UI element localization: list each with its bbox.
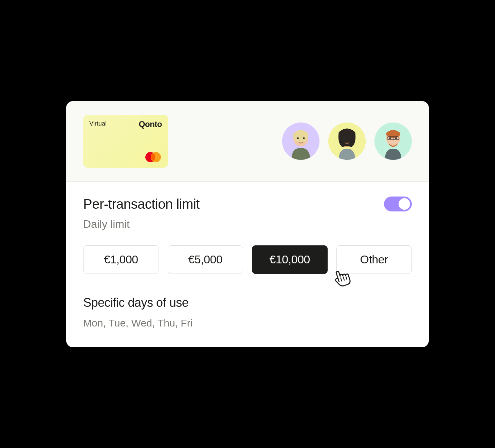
- svg-line-17: [343, 277, 345, 280]
- daily-limit-label: Daily limit: [83, 218, 412, 230]
- limit-option-other[interactable]: Other: [336, 245, 412, 274]
- limit-toggle[interactable]: [384, 197, 412, 211]
- virtual-card[interactable]: Virtual Qonto: [83, 115, 168, 168]
- avatar-3[interactable]: [374, 123, 412, 160]
- brand-logo: Qonto: [139, 119, 162, 129]
- card-settings-panel: Virtual Qonto Per-transaction limit: [66, 101, 429, 347]
- panel-header: Virtual Qonto: [66, 101, 429, 182]
- limit-option-5000[interactable]: €5,000: [168, 245, 243, 274]
- user-avatars: [282, 123, 412, 160]
- limit-option-1000[interactable]: €1,000: [83, 245, 159, 274]
- specific-days-value: Mon, Tue, Wed, Thu, Fri: [83, 317, 412, 329]
- panel-body: Per-transaction limit Daily limit €1,000…: [66, 182, 429, 347]
- mastercard-icon: [144, 151, 162, 163]
- avatar-1[interactable]: [282, 123, 319, 160]
- limit-option-10000[interactable]: €10,000: [252, 245, 328, 274]
- svg-point-13: [395, 137, 397, 139]
- svg-line-16: [341, 277, 342, 281]
- specific-days-title: Specific days of use: [83, 296, 412, 310]
- svg-point-9: [349, 138, 351, 140]
- avatar-2[interactable]: [328, 123, 366, 160]
- svg-point-4: [297, 137, 299, 139]
- per-transaction-limit-title: Per-transaction limit: [83, 197, 200, 212]
- svg-point-12: [389, 137, 391, 139]
- limit-options: €1,000 €5,000 €10,000 Other: [83, 245, 412, 274]
- svg-line-18: [346, 276, 347, 280]
- svg-point-5: [303, 137, 305, 139]
- toggle-knob: [399, 198, 410, 210]
- svg-point-8: [344, 138, 346, 140]
